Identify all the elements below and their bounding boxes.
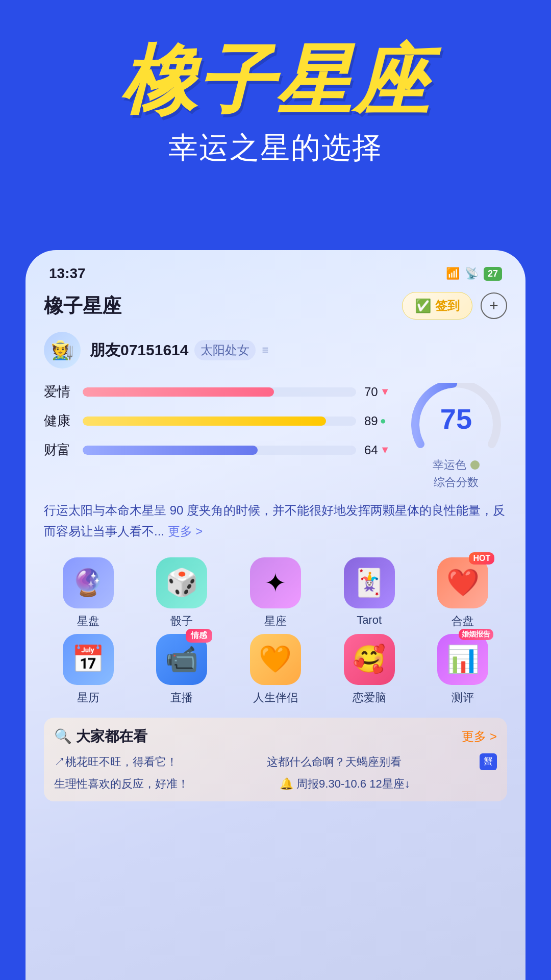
desc-more[interactable]: 更多 >: [168, 524, 203, 538]
app-title: 橡子星座: [44, 293, 121, 319]
stat-row-love: 爱情 70 ▼: [44, 383, 395, 401]
popular-title-text: 大家都在看: [76, 727, 147, 746]
app-header: 橡子星座 ✅ 签到 +: [44, 292, 507, 320]
icon-bubble-xingzuo: ✦: [250, 557, 301, 608]
icon-bubble-lianai: 🥰: [344, 634, 395, 685]
lianai-icon: 🥰: [353, 644, 386, 675]
icon-label-zhibo: 直播: [170, 690, 193, 705]
rensheng-icon: 🧡: [259, 644, 292, 675]
stat-bar-container-love: [83, 387, 356, 397]
arrow-down-love: ▼: [380, 386, 390, 398]
score-label: 综合分数: [434, 475, 479, 490]
icon-item-xingzuo[interactable]: ✦ 星座: [231, 557, 320, 629]
user-row[interactable]: 🧑‍🌾 朋友07151614 太阳处女 ≡: [44, 332, 507, 369]
arrow-down-wealth: ▼: [380, 444, 390, 456]
hero-title: 橡子星座: [31, 41, 520, 120]
tarot-icon: 🃏: [353, 567, 386, 598]
hero-subtitle: 幸运之星的选择: [31, 128, 520, 168]
popular-more[interactable]: 更多 >: [462, 728, 497, 745]
icon-label-hepan: 合盘: [452, 614, 474, 629]
hero-section: 橡子星座 幸运之星的选择: [0, 0, 551, 188]
popular-item-2[interactable]: 这都什么命啊？天蝎座别看: [267, 753, 471, 770]
popular-header: 🔍 大家都在看 更多 >: [54, 727, 497, 746]
add-button[interactable]: +: [481, 292, 507, 319]
icon-item-zhibo[interactable]: 📹 情感 直播: [138, 634, 227, 705]
user-sign: 太阳处女: [194, 340, 256, 360]
popular-section: 🔍 大家都在看 更多 > ↗桃花旺不旺，得看它！ 这都什么命啊？天蝎座别看 蟹 …: [44, 718, 507, 801]
icon-item-hepan[interactable]: ❤️ HOT 合盘: [418, 557, 507, 629]
popular-row-2: 生理性喜欢的反应，好准！ 🔔 周报9.30-10.6 12星座↓: [54, 775, 497, 792]
stats-section: 爱情 70 ▼ 健康 89 ● 财富 64 ▼: [44, 383, 507, 490]
popular-items: ↗桃花旺不旺，得看它！ 这都什么命啊？天蝎座别看 蟹 生理性喜欢的反应，好准！ …: [54, 753, 497, 792]
description-content: 行运太阳与本命木星呈 90 度夹角的时候，并不能很好地发挥两颗星体的良性能量，反…: [44, 503, 505, 538]
badge-marriage: 婚姻报告: [459, 629, 493, 640]
stat-value-health: 89 ●: [364, 414, 395, 428]
hepan-icon: ❤️: [446, 567, 480, 598]
bars-area: 爱情 70 ▼ 健康 89 ● 财富 64 ▼: [44, 383, 395, 470]
icon-bubble-shazi: 🎲: [156, 557, 207, 608]
popular-item-3[interactable]: 生理性喜欢的反应，好准！: [54, 775, 271, 792]
zhibo-icon: 📹: [165, 644, 198, 675]
badge-hot: HOT: [469, 552, 494, 565]
stat-row-health: 健康 89 ●: [44, 412, 395, 430]
user-menu-icon[interactable]: ≡: [262, 344, 268, 357]
stat-value-love: 70 ▼: [364, 385, 395, 399]
stat-bar-health: [83, 416, 326, 426]
icon-bubble-hepan: ❤️ HOT: [437, 557, 488, 608]
icon-label-xingli: 星历: [77, 690, 99, 705]
checkin-icon: ✅: [415, 298, 431, 314]
stat-bar-wealth: [83, 446, 258, 455]
add-icon: +: [489, 297, 498, 314]
icon-label-rensheng: 人生伴侣: [253, 690, 298, 705]
arrow-up-health: ●: [380, 415, 386, 427]
popular-item-1[interactable]: ↗桃花旺不旺，得看它！: [54, 753, 259, 770]
icon-grid: 🔮 星盘 🎲 骰子 ✦ 星座 🃏 Tarot ❤️ HOT: [44, 557, 507, 705]
status-time: 13:37: [49, 265, 86, 282]
icon-bubble-zhibo: 📹 情感: [156, 634, 207, 685]
status-icons: 📶 📡 27: [446, 267, 502, 281]
popular-item-4[interactable]: 🔔 周报9.30-10.6 12星座↓: [280, 775, 497, 792]
stat-label-love: 爱情: [44, 383, 74, 401]
signal-icon: 📶: [446, 267, 460, 280]
icon-label-xingzuo: 星座: [264, 614, 287, 629]
icon-item-ceping[interactable]: 📊 婚姻报告 测评: [418, 634, 507, 705]
icon-item-tarot[interactable]: 🃏 Tarot: [325, 557, 414, 629]
score-circle-area: 75 幸运色 综合分数: [405, 383, 507, 490]
icon-label-tarot: Tarot: [357, 614, 382, 627]
stat-bar-love: [83, 387, 274, 397]
wifi-icon: 📡: [465, 267, 479, 280]
stat-value-wealth: 64 ▼: [364, 443, 395, 457]
description-text: 行运太阳与本命木星呈 90 度夹角的时候，并不能很好地发挥两颗星体的良性能量，反…: [44, 500, 507, 542]
checkin-button[interactable]: ✅ 签到: [402, 292, 472, 320]
lucky-color-label: 幸运色: [433, 457, 466, 473]
icon-item-rensheng[interactable]: 🧡 人生伴侣: [231, 634, 320, 705]
shazi-icon: 🎲: [165, 567, 198, 598]
ceping-icon: 📊: [446, 644, 480, 675]
icon-bubble-ceping: 📊 婚姻报告: [437, 634, 488, 685]
lucky-color-dot: [470, 460, 480, 470]
lucky-color-row: 幸运色: [433, 457, 480, 473]
badge-emotion: 情感: [186, 629, 212, 643]
stat-row-wealth: 财富 64 ▼: [44, 441, 395, 459]
popular-title: 🔍 大家都在看: [54, 727, 147, 746]
icon-bubble-xingpan: 🔮: [63, 557, 114, 608]
status-bar: 13:37 📶 📡 27: [44, 265, 507, 282]
icon-item-xingpan[interactable]: 🔮 星盘: [44, 557, 133, 629]
user-name: 朋友07151614: [90, 340, 188, 361]
checkin-label: 签到: [435, 298, 460, 314]
icon-item-shazi[interactable]: 🎲 骰子: [138, 557, 227, 629]
icon-bubble-xingli: 📅: [63, 634, 114, 685]
user-info: 朋友07151614 太阳处女 ≡: [90, 340, 268, 361]
xingzuo-icon: ✦: [264, 568, 287, 598]
popular-row-1: ↗桃花旺不旺，得看它！ 这都什么命啊？天蝎座别看 蟹: [54, 753, 497, 770]
icon-item-xingli[interactable]: 📅 星历: [44, 634, 133, 705]
xingli-icon: 📅: [71, 644, 105, 675]
stat-label-wealth: 财富: [44, 441, 74, 459]
xingpan-icon: 🔮: [71, 567, 105, 598]
stat-label-health: 健康: [44, 412, 74, 430]
avatar: 🧑‍🌾: [44, 332, 81, 369]
icon-item-lianai[interactable]: 🥰 恋爱脑: [325, 634, 414, 705]
icon-bubble-rensheng: 🧡: [250, 634, 301, 685]
score-circle: 75: [410, 383, 502, 454]
stat-bar-container-wealth: [83, 446, 356, 455]
